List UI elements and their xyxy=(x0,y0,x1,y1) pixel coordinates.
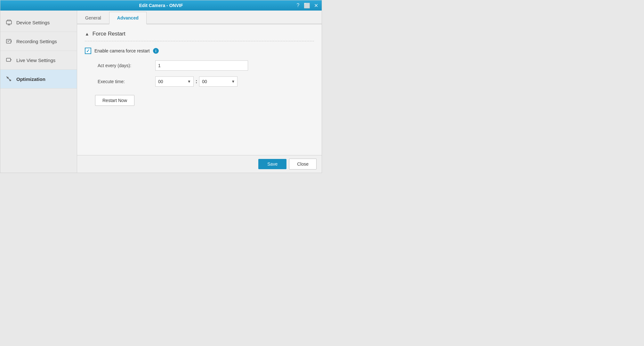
tabs-bar: General Advanced xyxy=(77,11,322,24)
save-button[interactable]: Save xyxy=(258,159,286,169)
sidebar-item-recording-settings-label: Recording Settings xyxy=(16,39,57,44)
sidebar-item-optimization[interactable]: Optimization xyxy=(0,70,77,89)
section-header: ▲ Force Restart xyxy=(85,31,314,41)
hour-select-wrapper: 00 01 02 03 04 05 06 07 08 09 10 xyxy=(155,76,194,87)
sidebar-item-optimization-label: Optimization xyxy=(16,76,45,82)
svg-line-8 xyxy=(7,77,11,81)
edit-camera-window: Edit Camera - ONVIF ? ⬜ ✕ Device Setting… xyxy=(0,0,322,173)
sidebar-item-device-settings-label: Device Settings xyxy=(16,20,50,25)
close-button[interactable]: Close xyxy=(289,159,317,169)
tab-advanced[interactable]: Advanced xyxy=(109,12,147,24)
help-button[interactable]: ? xyxy=(295,2,301,9)
info-icon[interactable]: i xyxy=(153,48,159,54)
enable-label: Enable camera force restart xyxy=(94,48,150,53)
window-title: Edit Camera - ONVIF xyxy=(139,3,183,8)
time-colon: : xyxy=(196,79,197,84)
recording-icon xyxy=(5,38,12,45)
sidebar-item-live-view-settings-label: Live View Settings xyxy=(16,58,55,63)
device-icon xyxy=(5,19,12,26)
execute-time-row: Execute time: 00 01 02 03 04 05 06 xyxy=(87,76,314,87)
content-area: General Advanced ▲ Force Restart ✓ Enabl xyxy=(77,11,322,173)
act-every-row: Act every (days): xyxy=(87,60,314,71)
liveview-icon xyxy=(5,57,12,64)
svg-rect-6 xyxy=(6,58,11,61)
tab-general[interactable]: General xyxy=(77,12,109,24)
enable-checkbox[interactable]: ✓ xyxy=(85,48,91,54)
enable-checkbox-row: ✓ Enable camera force restart i xyxy=(85,48,314,54)
act-every-label: Act every (days): xyxy=(98,63,155,68)
optimization-icon xyxy=(5,75,12,83)
sidebar-item-device-settings[interactable]: Device Settings xyxy=(0,13,77,32)
svg-rect-0 xyxy=(6,21,12,24)
svg-rect-5 xyxy=(11,40,12,42)
time-row: 00 01 02 03 04 05 06 07 08 09 10 xyxy=(155,76,237,87)
maximize-button[interactable]: ⬜ xyxy=(304,2,310,9)
svg-rect-1 xyxy=(7,20,11,21)
section-content: ▲ Force Restart ✓ Enable camera force re… xyxy=(77,24,322,155)
footer: Save Close xyxy=(77,155,322,173)
execute-time-label: Execute time: xyxy=(98,79,155,84)
sidebar: Device Settings Recording Settings xyxy=(0,11,77,173)
act-every-input[interactable] xyxy=(155,60,248,71)
title-bar-controls: ? ⬜ ✕ xyxy=(295,2,319,9)
svg-marker-7 xyxy=(11,59,12,60)
checkbox-checkmark: ✓ xyxy=(86,48,90,53)
restart-now-button[interactable]: Restart Now xyxy=(95,95,134,106)
minute-select[interactable]: 00 05 10 15 20 25 30 35 40 45 50 xyxy=(199,76,237,87)
section-title: Force Restart xyxy=(93,31,125,37)
sidebar-item-live-view-settings[interactable]: Live View Settings xyxy=(0,51,77,70)
hour-select[interactable]: 00 01 02 03 04 05 06 07 08 09 10 xyxy=(155,76,194,87)
main-content: Device Settings Recording Settings xyxy=(0,11,322,173)
close-window-button[interactable]: ✕ xyxy=(313,2,319,9)
minute-select-wrapper: 00 05 10 15 20 25 30 35 40 45 50 xyxy=(199,76,237,87)
title-bar: Edit Camera - ONVIF ? ⬜ ✕ xyxy=(0,0,322,11)
collapse-icon[interactable]: ▲ xyxy=(85,31,89,36)
sidebar-item-recording-settings[interactable]: Recording Settings xyxy=(0,32,77,51)
